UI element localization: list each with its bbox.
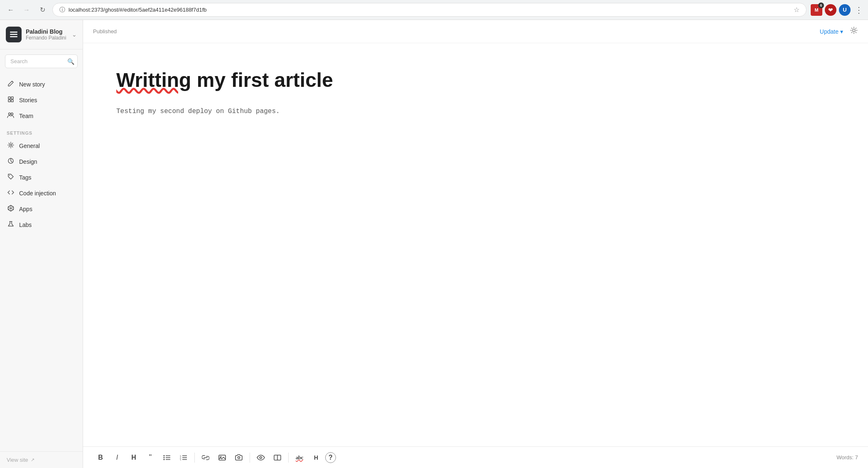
article-title[interactable]: Writting my first article bbox=[116, 68, 835, 92]
team-icon bbox=[7, 112, 15, 120]
bold-button[interactable]: B bbox=[93, 450, 108, 465]
camera-button[interactable] bbox=[231, 450, 246, 465]
sidebar-item-labs[interactable]: Labs bbox=[0, 217, 83, 233]
svg-text:3.: 3. bbox=[180, 459, 181, 461]
format-bar: B I H " 1. bbox=[83, 446, 868, 468]
editor-content[interactable]: Writting my first article Testing my sec… bbox=[83, 43, 868, 446]
sidebar-item-apps[interactable]: Apps bbox=[0, 201, 83, 217]
stories-icon bbox=[7, 96, 15, 104]
spellcheck-button[interactable]: abc bbox=[292, 450, 307, 465]
update-chevron-icon: ▾ bbox=[840, 28, 843, 35]
svg-rect-2 bbox=[10, 36, 17, 37]
quote-button[interactable]: " bbox=[143, 450, 158, 465]
heading-button[interactable]: H bbox=[126, 450, 141, 465]
editor-settings-button[interactable] bbox=[850, 26, 858, 37]
apps-label: Apps bbox=[19, 206, 32, 212]
extension-badge: 6 bbox=[818, 2, 824, 8]
sidebar-nav: New story Stories bbox=[0, 73, 83, 451]
code-injection-icon bbox=[7, 189, 15, 197]
stories-label: Stories bbox=[19, 97, 37, 103]
tags-icon bbox=[7, 173, 15, 182]
search-input[interactable] bbox=[5, 54, 78, 68]
editor-toolbar: Published Update ▾ bbox=[83, 20, 868, 43]
tags-label: Tags bbox=[19, 174, 32, 181]
sidebar-item-code-injection[interactable]: Code injection bbox=[0, 185, 83, 201]
sidebar-item-tags[interactable]: Tags bbox=[0, 170, 83, 185]
svg-point-9 bbox=[10, 144, 12, 146]
sidebar-item-general[interactable]: General bbox=[0, 138, 83, 154]
info-icon: ⓘ bbox=[59, 6, 65, 14]
gear-icon bbox=[7, 142, 15, 150]
extension-heart[interactable]: ❤ bbox=[825, 4, 836, 16]
svg-point-29 bbox=[260, 456, 262, 458]
bookmark-icon: ☆ bbox=[794, 6, 799, 14]
svg-point-13 bbox=[853, 29, 855, 32]
sidebar-search: 🔍 bbox=[0, 49, 83, 73]
sidebar-footer: View site ↗ bbox=[0, 451, 83, 468]
labs-label: Labs bbox=[19, 222, 32, 228]
image-button[interactable] bbox=[215, 450, 230, 465]
search-input-wrapper: 🔍 bbox=[5, 54, 78, 68]
svg-point-14 bbox=[164, 455, 165, 456]
unordered-list-button[interactable] bbox=[159, 450, 174, 465]
format-separator-2 bbox=[250, 453, 250, 463]
extension-shield[interactable]: U bbox=[839, 4, 851, 16]
svg-rect-26 bbox=[219, 455, 226, 460]
svg-point-18 bbox=[164, 459, 165, 460]
word-count: Words: 7 bbox=[836, 454, 858, 461]
sidebar-item-new-story[interactable]: New story bbox=[0, 76, 83, 92]
general-label: General bbox=[19, 143, 40, 149]
sidebar-item-design[interactable]: Design bbox=[0, 154, 83, 170]
external-link-icon: ↗ bbox=[31, 457, 34, 463]
preview-button[interactable] bbox=[253, 450, 268, 465]
svg-point-8 bbox=[11, 113, 13, 115]
ordered-list-button[interactable]: 1. 2. 3. bbox=[176, 450, 191, 465]
new-story-label: New story bbox=[19, 81, 45, 88]
html-button[interactable]: H bbox=[309, 450, 324, 465]
view-site-link[interactable]: View site ↗ bbox=[7, 457, 76, 463]
update-label: Update bbox=[820, 28, 839, 35]
back-button[interactable]: ← bbox=[5, 4, 17, 16]
design-icon bbox=[7, 158, 15, 166]
app-layout: Paladini Blog Fernando Paladini ⌄ 🔍 New … bbox=[0, 20, 868, 468]
browser-menu-button[interactable]: ⋮ bbox=[855, 5, 863, 15]
link-button[interactable] bbox=[198, 450, 213, 465]
split-view-button[interactable] bbox=[270, 450, 285, 465]
update-button[interactable]: Update ▾ bbox=[820, 28, 843, 35]
svg-rect-6 bbox=[11, 100, 13, 102]
apps-icon bbox=[7, 205, 15, 213]
sidebar-item-stories[interactable]: Stories bbox=[0, 92, 83, 108]
toolbar-right: Update ▾ bbox=[820, 26, 858, 37]
svg-rect-1 bbox=[10, 34, 17, 35]
svg-rect-3 bbox=[8, 97, 10, 99]
sidebar-blog-info: Paladini Blog Fernando Paladini bbox=[26, 28, 68, 41]
sidebar-blog-user: Fernando Paladini bbox=[26, 35, 68, 41]
sidebar: Paladini Blog Fernando Paladini ⌄ 🔍 New … bbox=[0, 20, 83, 468]
published-badge: Published bbox=[93, 28, 117, 34]
sidebar-logo bbox=[6, 27, 22, 42]
sidebar-header[interactable]: Paladini Blog Fernando Paladini ⌄ bbox=[0, 20, 83, 49]
forward-button[interactable]: → bbox=[21, 4, 32, 16]
labs-icon bbox=[7, 221, 15, 229]
browser-chrome: ← → ↻ ⓘ localhost:2373/ghost/#/editor/5a… bbox=[0, 0, 868, 20]
search-icon[interactable]: 🔍 bbox=[67, 58, 74, 65]
refresh-button[interactable]: ↻ bbox=[37, 4, 48, 16]
extension-red[interactable]: M6 bbox=[811, 4, 822, 16]
url-text: localhost:2373/ghost/#/editor/5aef2a411e… bbox=[69, 7, 790, 13]
svg-point-27 bbox=[220, 456, 221, 457]
svg-rect-4 bbox=[11, 97, 13, 99]
sidebar-blog-name: Paladini Blog bbox=[26, 28, 68, 35]
svg-point-11 bbox=[9, 175, 10, 176]
italic-button[interactable]: I bbox=[110, 450, 125, 465]
sidebar-item-team[interactable]: Team bbox=[0, 108, 83, 124]
article-body[interactable]: Testing my second deploy on Github pages… bbox=[116, 106, 835, 118]
format-buttons: B I H " 1. bbox=[93, 450, 336, 465]
help-button[interactable]: ? bbox=[325, 452, 336, 463]
format-separator-1 bbox=[194, 453, 195, 463]
code-injection-label: Code injection bbox=[19, 190, 56, 197]
svg-rect-0 bbox=[10, 32, 17, 33]
address-bar[interactable]: ⓘ localhost:2373/ghost/#/editor/5aef2a41… bbox=[52, 3, 807, 17]
editor-area: Published Update ▾ Writting my first art… bbox=[83, 20, 868, 468]
svg-rect-5 bbox=[8, 100, 10, 102]
view-site-text: View site bbox=[7, 457, 28, 463]
